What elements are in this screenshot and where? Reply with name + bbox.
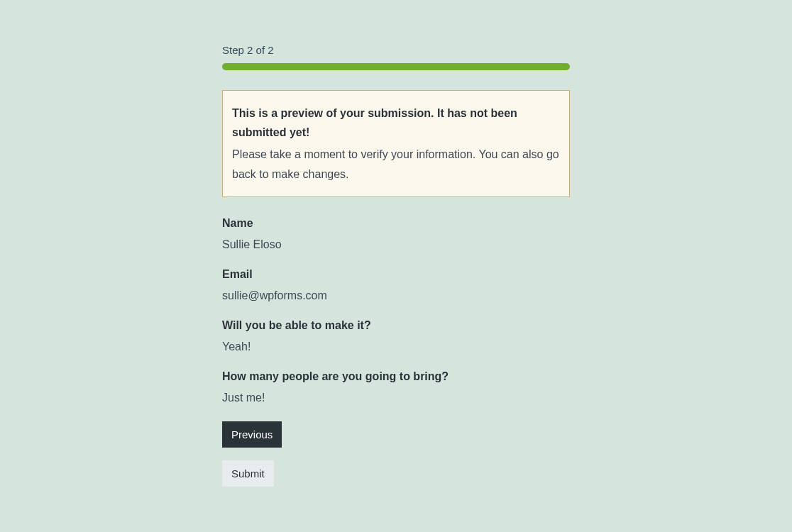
preview-notice: This is a preview of your submission. It… [222, 90, 570, 197]
field-email: Email sullie@wpforms.com [222, 268, 570, 302]
field-label-guests: How many people are you going to bring? [222, 370, 570, 383]
notice-text: Please take a moment to verify your info… [232, 145, 560, 183]
field-label-email: Email [222, 268, 570, 281]
field-guests: How many people are you going to bring? … [222, 370, 570, 404]
previous-button[interactable]: Previous [222, 421, 282, 448]
progress-bar [222, 63, 570, 70]
field-value-attendance: Yeah! [222, 340, 570, 353]
fields-section: Name Sullie Eloso Email sullie@wpforms.c… [222, 217, 570, 404]
field-value-email: sullie@wpforms.com [222, 289, 570, 302]
button-group: Previous Submit [222, 421, 570, 487]
field-value-name: Sullie Eloso [222, 238, 570, 251]
field-label-attendance: Will you be able to make it? [222, 319, 570, 332]
field-name: Name Sullie Eloso [222, 217, 570, 251]
field-value-guests: Just me! [222, 392, 570, 404]
submit-button[interactable]: Submit [222, 460, 274, 487]
form-container: Step 2 of 2 This is a preview of your su… [222, 44, 570, 487]
field-label-name: Name [222, 217, 570, 230]
step-indicator: Step 2 of 2 [222, 44, 570, 56]
field-attendance: Will you be able to make it? Yeah! [222, 319, 570, 353]
notice-title: This is a preview of your submission. It… [232, 104, 560, 142]
